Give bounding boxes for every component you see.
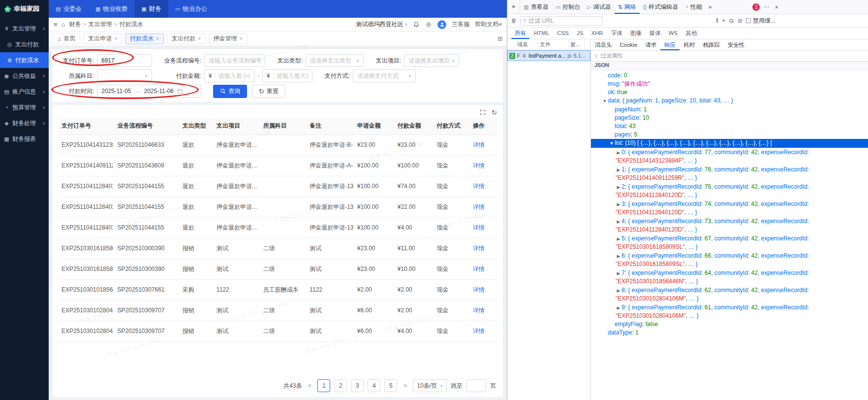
type-filter-WS[interactable]: WS bbox=[665, 29, 682, 38]
json-tree-row[interactable]: msg: "操作成功" bbox=[591, 80, 868, 88]
pause-icon[interactable]: ‖ bbox=[716, 17, 718, 24]
type-filter-HTML[interactable]: HTML bbox=[530, 29, 553, 38]
json-tree-row[interactable]: pages: 5 bbox=[591, 131, 868, 139]
devtools-tab-3[interactable]: ▷调试器 bbox=[584, 0, 614, 14]
json-list-item-5[interactable]: ▶5: { expensePaymentRecordId: 67, commun… bbox=[591, 234, 868, 251]
sidebar-item-7[interactable]: ◈财务处理∨ bbox=[0, 115, 49, 131]
tab-2[interactable]: 支出申请× bbox=[83, 33, 122, 44]
devtools-tab-1[interactable]: ▥查看器 bbox=[520, 0, 552, 14]
bell-icon[interactable] bbox=[413, 21, 420, 28]
detail-link[interactable]: 详情 bbox=[473, 307, 485, 314]
close-devtools-icon[interactable]: × bbox=[773, 3, 780, 11]
json-list-item-4[interactable]: ▶4: { expensePaymentRecordId: 73, commun… bbox=[591, 217, 868, 234]
detail-link[interactable]: 详情 bbox=[473, 162, 485, 169]
overflow-tabs-icon[interactable]: » bbox=[706, 3, 715, 10]
meatball-menu-icon[interactable]: ⋯ bbox=[760, 3, 773, 10]
sidebar-item-4[interactable]: ◉公共收益∨ bbox=[0, 68, 49, 84]
detail-link[interactable]: 详情 bbox=[473, 328, 485, 334]
type-filter-JS[interactable]: JS bbox=[573, 29, 587, 38]
expense-item-select[interactable]: 请选择支出项目 ∨ bbox=[404, 54, 459, 67]
detail-tab-Cookie[interactable]: Cookie bbox=[616, 39, 642, 50]
user-avatar[interactable] bbox=[437, 20, 446, 29]
request-row-selected[interactable]: 2 F listPayment a... js 5.1... bbox=[507, 50, 590, 61]
detail-link[interactable]: 详情 bbox=[473, 245, 485, 252]
pay-time-range-picker[interactable]: 2025-11-05 → 2025-11-06 bbox=[97, 85, 201, 98]
tab-5[interactable]: 押金管理× bbox=[209, 33, 248, 44]
disable-cache-checkbox[interactable] bbox=[746, 18, 751, 23]
pay-method-select[interactable]: 请选择支付方式 ∨ bbox=[353, 69, 416, 82]
json-tree-row[interactable]: emptyFlag: false bbox=[591, 320, 868, 329]
next-page-button[interactable]: > bbox=[401, 379, 409, 392]
json-tree-row[interactable]: ▼list: (10) [ {…}, {…}, {…}, {…}, {…}, {… bbox=[591, 139, 868, 148]
amount-min-input[interactable]: ¥ 请输入最小金额 bbox=[204, 69, 254, 82]
type-filter-所有[interactable]: 所有 bbox=[511, 28, 529, 39]
detail-link[interactable]: 详情 bbox=[473, 286, 485, 293]
expense-type-select[interactable]: 请选择支出类型 ∨ bbox=[306, 54, 364, 67]
detail-tab-响应[interactable]: 响应 bbox=[660, 39, 680, 50]
pick-element-icon[interactable]: ⌖ bbox=[507, 0, 520, 14]
gear-icon[interactable] bbox=[425, 21, 432, 28]
page-button-1[interactable]: 1 bbox=[317, 379, 330, 392]
devtools-tab-5[interactable]: {}样式编辑器 bbox=[640, 0, 682, 14]
sidebar-item-3[interactable]: ≣付款流水 bbox=[0, 52, 49, 68]
help-docs-link[interactable]: 帮助文档« bbox=[475, 20, 502, 29]
json-tree-row[interactable]: pageNum: 1 bbox=[591, 105, 868, 114]
reset-button[interactable]: ↻ 重置 bbox=[252, 85, 285, 98]
nav-item-1[interactable]: ▤业委会 bbox=[49, 0, 89, 18]
devtools-tab-4[interactable]: ⇅网络 bbox=[615, 0, 640, 14]
json-tree-row[interactable]: ▼data: { pageNum: 1, pageSize: 10, total… bbox=[591, 97, 868, 105]
plus-icon[interactable]: + bbox=[722, 17, 725, 24]
detail-link[interactable]: 详情 bbox=[473, 203, 485, 210]
json-list-item-2[interactable]: ▶2: { expensePaymentRecordId: 75, commun… bbox=[591, 182, 868, 200]
nav-item-3[interactable]: ▣财务 bbox=[134, 0, 168, 18]
tab-close-icon[interactable]: × bbox=[114, 36, 117, 41]
slash-circle-icon[interactable]: ⊘ bbox=[738, 17, 743, 24]
page-button-3[interactable]: 3 bbox=[351, 379, 364, 392]
trash-icon[interactable] bbox=[511, 18, 517, 24]
sidebar-item-6[interactable]: ◔预算管理∨ bbox=[0, 100, 49, 115]
nav-item-2[interactable]: ▦物业收费 bbox=[89, 0, 134, 18]
layout-grid-icon[interactable]: ⊞ bbox=[497, 35, 503, 42]
prev-page-button[interactable]: < bbox=[306, 379, 313, 392]
refresh-icon[interactable]: ↻ bbox=[492, 109, 497, 116]
page-button-4[interactable]: 4 bbox=[368, 379, 380, 392]
order-no-input[interactable] bbox=[97, 54, 152, 67]
detail-link[interactable]: 详情 bbox=[473, 224, 485, 231]
collapse-sidebar-icon[interactable]: ≡ bbox=[54, 21, 58, 28]
fullscreen-icon[interactable] bbox=[480, 109, 486, 115]
search-icon[interactable] bbox=[729, 18, 734, 24]
type-filter-媒体[interactable]: 媒体 bbox=[646, 28, 664, 39]
json-list-item-3[interactable]: ▶3: { expensePaymentRecordId: 74, commun… bbox=[591, 200, 868, 217]
jump-page-input[interactable] bbox=[466, 379, 486, 392]
json-tree-row[interactable]: pageSize: 10 bbox=[591, 114, 868, 122]
sidebar-item-1[interactable]: ¥支出管理∧ bbox=[0, 21, 49, 36]
type-filter-CSS[interactable]: CSS bbox=[554, 29, 572, 38]
request-column-header[interactable]: 发... bbox=[568, 39, 585, 50]
detail-link[interactable]: 详情 bbox=[473, 183, 485, 190]
json-list-item-7[interactable]: ▶7: { expensePaymentRecordId: 64, commun… bbox=[591, 268, 868, 286]
detail-tab-请求[interactable]: 请求 bbox=[641, 39, 660, 50]
json-list-item-9[interactable]: ▶9: { expensePaymentRecordId: 61, commun… bbox=[591, 303, 868, 320]
detail-tab-栈跟踪[interactable]: 栈跟踪 bbox=[699, 39, 724, 50]
subject-select[interactable]: ∨ bbox=[97, 69, 152, 82]
type-filter-其他[interactable]: 其他 bbox=[682, 28, 700, 39]
devtools-tab-6[interactable]: ◔性能 bbox=[682, 0, 706, 14]
detail-link[interactable]: 详情 bbox=[473, 141, 485, 148]
breadcrumb-item[interactable]: 付款流水 bbox=[119, 20, 143, 29]
json-tree-row[interactable]: ok: true bbox=[591, 88, 868, 97]
sidebar-item-8[interactable]: ▦财务报表 bbox=[0, 131, 49, 147]
tab-4[interactable]: 支出付款× bbox=[167, 33, 206, 44]
disable-cache-toggle[interactable]: 禁用缓... bbox=[746, 17, 775, 25]
tab-close-icon[interactable]: × bbox=[156, 36, 159, 41]
page-button-2[interactable]: 2 bbox=[334, 379, 347, 392]
tab-close-icon[interactable]: × bbox=[198, 36, 201, 41]
detail-link[interactable]: 详情 bbox=[473, 266, 485, 272]
detail-tab-消息头[interactable]: 消息头 bbox=[591, 39, 616, 50]
json-list-item-6[interactable]: ▶6: { expensePaymentRecordId: 66, commun… bbox=[591, 251, 868, 268]
type-filter-字体[interactable]: 字体 bbox=[608, 28, 626, 39]
community-select[interactable]: 测试德玛西亚社区 ∨ bbox=[356, 20, 407, 29]
nav-item-4[interactable]: ▭物业办公 bbox=[168, 0, 214, 18]
tab-close-icon[interactable]: × bbox=[240, 36, 243, 41]
json-section-header[interactable]: JSON bbox=[591, 62, 868, 70]
error-count-badge[interactable]: 2 bbox=[752, 3, 760, 11]
